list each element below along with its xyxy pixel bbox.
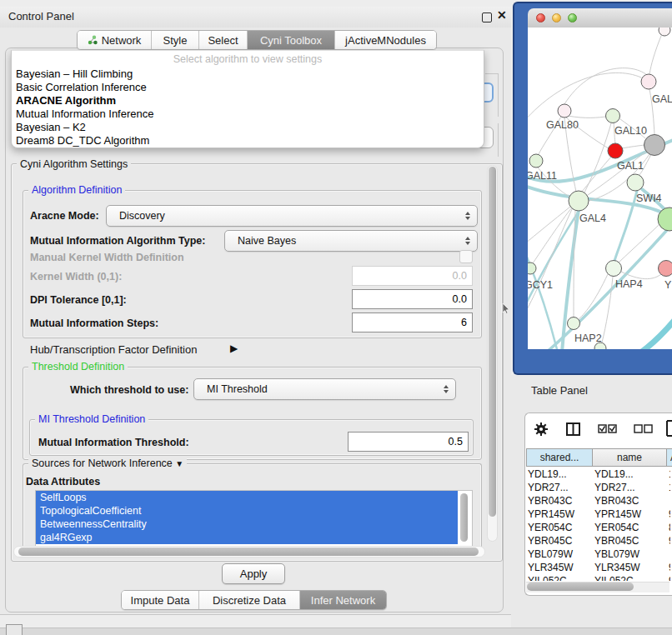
mi-algorithm-type-combobox[interactable]: Naive Bayes [224,230,478,252]
float-icon[interactable] [482,12,492,22]
node-gray[interactable] [644,135,665,156]
settings-vertical-scrollbar-thumb[interactable] [489,167,496,517]
table-row[interactable]: YBL079WYBL079W [526,548,670,561]
gear-icon[interactable] [534,422,549,437]
unchecked-pair-icon[interactable] [634,424,654,434]
network-edge[interactable] [622,145,644,148]
node-hap4[interactable] [606,261,622,277]
node-hap2[interactable] [568,318,580,330]
table-panel-title: Table Panel [531,384,588,397]
node-gal7[interactable] [641,74,656,89]
table-row[interactable]: YBR043CYBR043C [526,494,670,508]
node-gcy1-label: GCY1 [528,279,553,291]
tab-cyni-toolbox[interactable]: Cyni Toolbox [247,31,334,49]
network-edge[interactable] [621,319,672,349]
data-attributes-list[interactable]: SelfLoopsTopologicalCoefficientBetweenne… [35,490,473,547]
bottom-tab-impute-data[interactable]: Impute Data [122,591,198,609]
which-threshold-combobox[interactable]: MI Threshold [193,378,456,400]
corner-widget[interactable] [6,624,23,635]
dpi-tolerance-field[interactable]: 0.0 [352,289,473,309]
tab-select[interactable]: Select [198,31,247,49]
mi-threshold-field[interactable]: 0.5 [348,432,469,452]
network-edge[interactable] [584,123,611,192]
data-attribute-item[interactable]: SelfLoops [36,491,458,504]
table-cell: YBR045C [528,534,572,548]
tab-style[interactable]: Style [151,31,198,49]
node-gal80[interactable] [558,104,571,118]
split-columns-icon[interactable] [566,422,581,437]
network-edge[interactable] [574,211,575,317]
node-swi4[interactable] [627,174,644,191]
close-traffic-light-icon[interactable] [536,13,545,22]
tab-jactivemnodules[interactable]: jActiveMNodules [334,31,436,49]
network-edge[interactable] [602,277,613,342]
table-row[interactable]: YDR27...YDR27...12 [526,481,670,494]
algorithm-option[interactable]: Basic Correlation Inference [12,81,484,94]
table-cell: YLR345W [594,561,640,574]
node-salmon[interactable] [659,261,672,277]
apply-button[interactable]: Apply [222,563,285,584]
hub-definition-label[interactable]: Hub/Transcription Factor Definition [30,343,197,356]
column-header-shared[interactable]: shared... [526,448,593,467]
kernel-width-field[interactable]: 0.0 [352,266,473,286]
table-row[interactable]: YBR045CYBR045C9. [526,534,670,548]
table-cell: 9. [669,561,670,574]
node-gal7-label: GAL [652,93,672,105]
bottom-tab-infer-network[interactable]: Infer Network [299,591,386,609]
collapse-arrow-icon[interactable]: ▼ [175,459,183,468]
node-gal11[interactable] [529,154,543,168]
node-gal1[interactable] [608,143,623,158]
attributes-scrollbar[interactable] [460,493,468,542]
data-attributes-label: Data Attributes [26,476,100,488]
table-cell: YER054C [528,521,572,534]
table-cell: 12 [669,481,670,494]
algorithm-option[interactable]: Bayesian – K2 [12,121,484,134]
bottom-tab-discretize-data[interactable]: Discretize Data [198,591,299,609]
node-gal4[interactable] [569,191,589,211]
network-edge[interactable] [568,116,606,118]
column-header-name[interactable]: name [593,448,667,467]
network-edge[interactable] [528,72,641,121]
aracne-mode-combobox[interactable]: Discovery [106,205,478,227]
node-gcy1[interactable] [528,262,536,274]
network-canvas[interactable]: GALGAL80GAL10GAL1GAL11SWI4GAL4GCY1HAP4YH… [528,28,672,349]
network-edge[interactable] [582,156,612,192]
table-hscrollbar-thumb[interactable] [527,582,634,591]
tab-network[interactable]: Network [78,31,151,49]
data-attribute-item[interactable]: TopologicalCoefficient [36,504,458,518]
bottom-strip [0,628,672,635]
settings-horizontal-scrollbar-thumb[interactable] [18,548,479,556]
table-row[interactable]: YDL19...YDL19...13 [526,468,670,481]
mi-steps-field[interactable]: 6 [352,312,473,332]
algorithm-definition-title: Algorithm Definition [28,184,125,196]
sources-group-title[interactable]: Sources for Network Inference ▼ [28,458,187,469]
table-row[interactable]: YER054CYER054C8. [526,521,670,534]
algorithm-option[interactable]: Bayesian – Hill Climbing [12,68,484,81]
node-hap2-label: HAP2 [574,332,602,344]
document-icon[interactable] [666,419,672,438]
node-gal10[interactable] [606,109,620,123]
close-icon[interactable]: ✕ [497,8,507,22]
data-attribute-item[interactable]: BetweennessCentrality [36,518,458,531]
manual-kernel-width-checkbox[interactable] [459,250,473,263]
network-edge[interactable] [649,36,661,74]
expand-arrow-icon[interactable]: ▶ [230,342,238,354]
zoom-traffic-light-icon[interactable] [568,13,577,22]
data-attribute-item[interactable]: gal4RGexp [36,531,458,544]
mi-steps-label: Mutual Information Steps: [30,318,158,329]
groupbox-fragment [485,73,499,74]
table-cell: 9 [669,574,670,581]
algorithm-option[interactable]: ARACNE Algorithm [12,94,484,108]
table-row[interactable]: YPR145WYPR145W9. [526,508,670,521]
table-row[interactable]: YIL052CYIL052C9 [526,574,670,581]
node-top-partial[interactable] [659,28,670,36]
checked-pair-icon[interactable] [598,424,618,434]
minimize-traffic-light-icon[interactable] [552,13,561,22]
algorithm-dropdown-popup: Select algorithm to view settings Bayesi… [11,50,484,148]
algorithm-option[interactable]: Dream8 DC_TDC Algorithm [12,134,484,148]
algorithm-option[interactable]: Mutual Information Inference [12,108,484,121]
table-row[interactable]: YLR345WYLR345W9. [526,561,670,574]
network-window-titlebar[interactable] [528,8,672,28]
network-edge[interactable] [528,207,570,244]
column-header-a[interactable]: A [667,448,672,467]
